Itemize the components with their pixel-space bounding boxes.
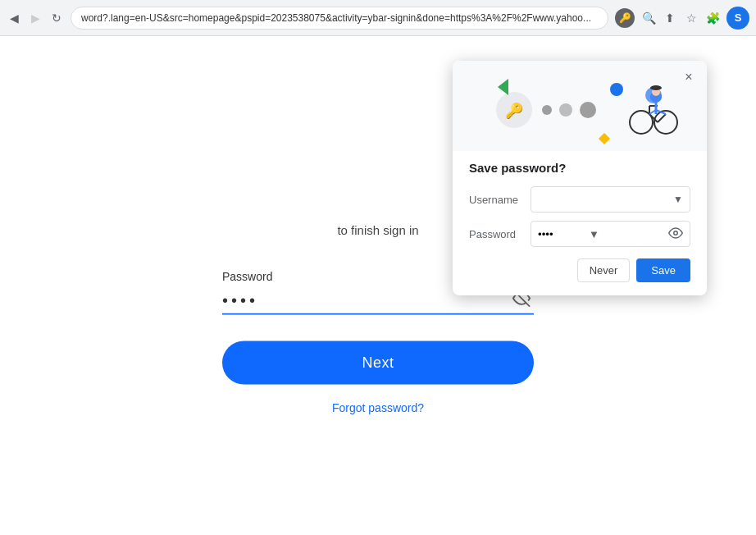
password-dropdown-arrow: ▼ <box>589 228 599 240</box>
username-select[interactable] <box>538 194 683 206</box>
password-dialog-select[interactable]: •••• <box>538 228 587 240</box>
dialog-illustration: 🔑 <box>453 61 707 151</box>
back-button[interactable]: ◀ <box>7 11 21 25</box>
svg-point-23 <box>674 231 678 235</box>
username-label: Username <box>469 194 522 206</box>
bookmark-icon[interactable]: ☆ <box>684 11 699 25</box>
svg-text:🔑: 🔑 <box>505 102 524 120</box>
username-row: Username ▼ <box>469 186 690 213</box>
extension-icon[interactable]: 🧩 <box>705 11 720 25</box>
dialog-title: Save password? <box>469 161 690 175</box>
svg-rect-1 <box>453 61 707 151</box>
save-password-dialog: 🔑 <box>453 61 707 295</box>
user-avatar[interactable]: S <box>726 7 749 30</box>
key-icon[interactable]: 🔑 <box>615 8 635 28</box>
page-content: to finish sign in Password Next Forgot p… <box>0 36 756 535</box>
svg-point-22 <box>650 85 662 90</box>
zoom-icon[interactable]: 🔍 <box>641 11 656 25</box>
url-bar[interactable]: word?.lang=en-US&src=homepage&pspid=2023… <box>71 7 608 30</box>
svg-point-4 <box>542 105 552 115</box>
next-button[interactable]: Next <box>222 341 534 385</box>
svg-point-5 <box>559 103 572 117</box>
password-dialog-label: Password <box>469 228 522 240</box>
avatar-letter: S <box>735 11 742 24</box>
dialog-body: Save password? Username ▼ Password •••• <box>453 151 707 295</box>
svg-point-6 <box>580 102 596 118</box>
refresh-button[interactable]: ↻ <box>49 11 64 25</box>
signin-subtitle: to finish sign in <box>337 223 418 237</box>
forgot-password-link[interactable]: Forgot password? <box>222 401 534 414</box>
password-dialog-field: •••• ▼ <box>531 221 690 247</box>
save-button[interactable]: Save <box>636 258 690 282</box>
username-field[interactable]: ▼ <box>531 186 690 213</box>
forward-button[interactable]: ▶ <box>28 11 43 25</box>
share-icon[interactable]: ⬆ <box>663 11 677 25</box>
password-dialog-eye-icon[interactable] <box>668 226 683 243</box>
password-dialog-row: Password •••• ▼ <box>469 221 690 247</box>
dialog-actions: Never Save <box>469 258 690 282</box>
browser-chrome: ◀ ▶ ↻ word?.lang=en-US&src=homepage&pspi… <box>0 0 756 36</box>
never-button[interactable]: Never <box>577 258 631 282</box>
url-text: word?.lang=en-US&src=homepage&pspid=2023… <box>81 12 591 24</box>
svg-point-7 <box>610 83 623 96</box>
dialog-close-button[interactable]: × <box>679 67 699 87</box>
key-symbol: 🔑 <box>619 12 631 24</box>
